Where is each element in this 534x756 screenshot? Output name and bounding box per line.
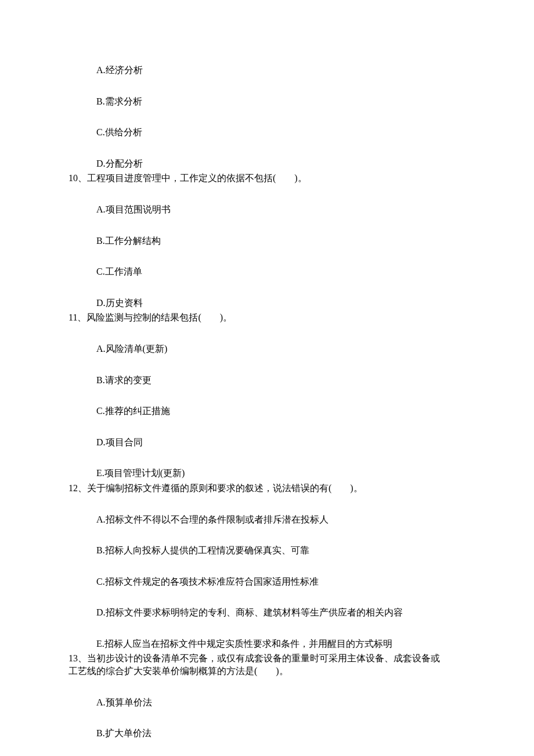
option-text: B.请求的变更: [96, 375, 151, 385]
option-text: A.项目范围说明书: [96, 204, 171, 214]
option-text: D.招标文件要求标明特定的专利、商标、建筑材料等生产供应者的相关内容: [96, 607, 403, 617]
stem-text: 10、工程项目进度管理中，工作定义的依据不包括( )。: [68, 173, 307, 183]
option-text: D.分配分析: [96, 159, 143, 168]
option-text: A.招标文件不得以不合理的条件限制或者排斥潜在投标人: [96, 514, 329, 524]
q13-option-a: A.预算单价法: [96, 696, 466, 709]
q9-option-d: D.分配分析: [96, 157, 466, 170]
option-text: C.工作清单: [96, 267, 142, 276]
stem-text-line2: 工艺线的综合扩大安装单价编制概算的方法是( )。: [68, 665, 466, 678]
option-text: B.工作分解结构: [96, 236, 161, 246]
q11-option-a: A.风险清单(更新): [96, 343, 466, 355]
option-text: E.招标人应当在招标文件中规定实质性要求和条件，并用醒目的方式标明: [96, 639, 392, 649]
document-page: A.经济分析 B.需求分析 C.供给分析 D.分配分析 10、工程项目进度管理中…: [0, 0, 534, 756]
q11-option-c: C.推荐的纠正措施: [96, 405, 466, 417]
q9-option-a: A.经济分析: [96, 64, 466, 77]
q11-stem: 11、风险监测与控制的结果包括( )。: [68, 311, 466, 324]
stem-text: 12、关于编制招标文件遵循的原则和要求的叙述，说法错误的有( )。: [68, 483, 363, 493]
q12-option-b: B.招标人向投标人提供的工程情况要确保真实、可靠: [96, 544, 466, 557]
option-text: D.历史资料: [96, 298, 143, 308]
option-text: C.供给分析: [96, 127, 142, 137]
q12-stem: 12、关于编制招标文件遵循的原则和要求的叙述，说法错误的有( )。: [68, 482, 466, 495]
option-text: B.招标人向投标人提供的工程情况要确保真实、可靠: [96, 545, 309, 555]
q10-stem: 10、工程项目进度管理中，工作定义的依据不包括( )。: [68, 172, 466, 185]
option-text: A.风险清单(更新): [96, 344, 167, 354]
option-text: B.需求分析: [96, 96, 142, 106]
option-text: D.项目合同: [96, 437, 143, 447]
q9-option-b: B.需求分析: [96, 95, 466, 108]
option-text: A.预算单价法: [96, 697, 152, 707]
stem-text: 11、风险监测与控制的结果包括( )。: [68, 312, 232, 322]
option-text: E.项目管理计划(更新): [96, 468, 185, 478]
option-text: A.经济分析: [96, 65, 143, 75]
q9-option-c: C.供给分析: [96, 126, 466, 139]
option-text: C.推荐的纠正措施: [96, 406, 170, 416]
q11-option-d: D.项目合同: [96, 436, 466, 449]
q11-option-b: B.请求的变更: [96, 374, 466, 387]
q13-option-b: B.扩大单价法: [96, 727, 466, 740]
q11-option-e: E.项目管理计划(更新): [96, 467, 466, 480]
q12-option-a: A.招标文件不得以不合理的条件限制或者排斥潜在投标人: [96, 513, 466, 526]
q10-option-d: D.历史资料: [96, 297, 466, 309]
stem-text-line1: 13、当初步设计的设备清单不完备，或仅有成套设备的重量时可采用主体设备、成套设备…: [68, 652, 466, 665]
q12-option-d: D.招标文件要求标明特定的专利、商标、建筑材料等生产供应者的相关内容: [96, 606, 466, 619]
q10-option-a: A.项目范围说明书: [96, 203, 466, 216]
option-text: C.招标文件规定的各项技术标准应符合国家适用性标准: [96, 577, 319, 586]
q12-option-c: C.招标文件规定的各项技术标准应符合国家适用性标准: [96, 575, 466, 588]
q13-stem: 13、当初步设计的设备清单不完备，或仅有成套设备的重量时可采用主体设备、成套设备…: [68, 652, 466, 677]
q10-option-b: B.工作分解结构: [96, 235, 466, 247]
option-text: B.扩大单价法: [96, 728, 151, 738]
q10-option-c: C.工作清单: [96, 265, 466, 278]
q12-option-e: E.招标人应当在招标文件中规定实质性要求和条件，并用醒目的方式标明: [96, 638, 466, 650]
